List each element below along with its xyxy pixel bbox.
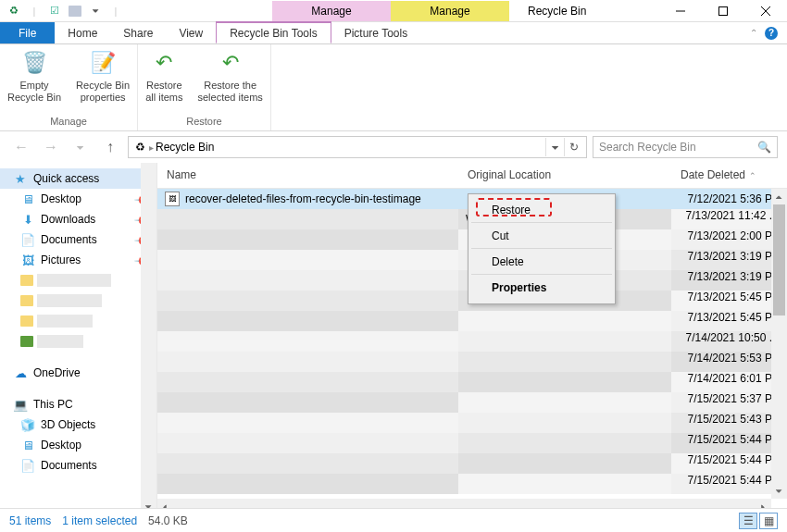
column-header-name[interactable]: Name — [157, 163, 458, 188]
menu-delete[interactable]: Delete — [471, 249, 612, 275]
menu-restore[interactable]: Restore — [471, 197, 612, 223]
search-icon[interactable]: 🔍 — [757, 141, 771, 154]
blurred-cell — [157, 209, 458, 229]
star-icon: ★ — [13, 171, 28, 186]
sidebar-folder-blurred[interactable] — [20, 311, 156, 331]
back-button[interactable]: ← — [9, 135, 33, 159]
new-folder-icon[interactable] — [67, 3, 83, 19]
ribbon-group-restore: ↶ Restore all items ↶ Restore the select… — [138, 44, 271, 130]
status-bar: 51 items 1 item selected 54.0 KB ☰ ▦ — [0, 508, 787, 532]
sidebar-quick-access[interactable]: ★ Quick access — [0, 168, 156, 189]
file-date: 7/13/2021 3:19 P — [671, 270, 787, 291]
tab-file[interactable]: File — [0, 22, 55, 43]
table-row[interactable]: 7/14/2021 5:53 P — [157, 352, 787, 372]
collapse-ribbon-icon[interactable]: ⌃ — [750, 28, 757, 38]
properties-icon: 📝 — [88, 48, 118, 78]
restore-all-label: Restore all items — [145, 80, 182, 104]
breadcrumb-separator[interactable]: ▸ — [149, 142, 154, 153]
tab-picture-tools[interactable]: Picture Tools — [331, 22, 420, 43]
blurred-cell — [157, 270, 458, 291]
properties-icon[interactable]: ☑ — [46, 3, 63, 19]
sidebar-pictures[interactable]: 🖼 Pictures 📌 — [0, 250, 156, 270]
table-row[interactable]: 7/13/2021 5:45 P — [157, 311, 787, 331]
history-dropdown[interactable]: ⏷ — [69, 135, 93, 159]
table-row[interactable]: 7/14/2021 10:50 . — [157, 331, 787, 352]
sidebar-scrollbar[interactable]: ⏷ — [141, 163, 156, 514]
table-row[interactable]: 7/15/2021 5:43 P — [157, 413, 787, 433]
recycle-bin-properties-button[interactable]: 📝 Recycle Bin properties — [69, 46, 137, 114]
help-icon[interactable]: ? — [765, 27, 778, 40]
table-row[interactable]: 7/15/2021 5:44 P — [157, 433, 787, 453]
sidebar-desktop[interactable]: 🖥 Desktop 📌 — [0, 189, 156, 209]
sidebar-desktop2[interactable]: 🖥 Desktop — [0, 435, 156, 455]
table-row[interactable]: 7/14/2021 6:01 P — [157, 372, 787, 392]
table-row[interactable]: 7/15/2021 5:37 P — [157, 392, 787, 413]
column-header-location[interactable]: Original Location — [458, 163, 671, 188]
menu-properties[interactable]: Properties — [471, 275, 612, 301]
props-label: Recycle Bin properties — [76, 80, 130, 104]
sidebar-this-pc[interactable]: 💻 This PC — [0, 394, 156, 414]
column-header-date[interactable]: Date Deleted⌃ — [671, 163, 787, 188]
blurred-cell — [458, 372, 671, 392]
vertical-scrollbar[interactable]: ⏶ ⏷ — [771, 189, 787, 499]
sidebar-folder-blurred[interactable] — [20, 331, 156, 352]
restore-selected-button[interactable]: ↶ Restore the selected items — [191, 46, 270, 114]
search-input[interactable]: Search Recycle Bin 🔍 — [593, 136, 778, 158]
restore-all-button[interactable]: ↶ Restore all items — [138, 46, 190, 114]
qat-dropdown-icon[interactable]: ⏷ — [87, 3, 104, 19]
empty-recycle-bin-button[interactable]: 🗑️ Empty Recycle Bin — [0, 46, 69, 114]
documents-icon: 📄 — [20, 232, 35, 247]
refresh-icon[interactable]: ↻ — [564, 138, 582, 156]
table-row[interactable]: 7/15/2021 5:44 P — [157, 474, 787, 494]
blurred-cell — [157, 229, 458, 250]
sort-arrow-icon: ⌃ — [749, 171, 756, 180]
sidebar-onedrive[interactable]: ☁ OneDrive — [0, 363, 156, 383]
close-button[interactable] — [744, 0, 787, 22]
search-placeholder: Search Recycle Bin — [599, 141, 696, 154]
view-large-icon[interactable]: ▦ — [759, 513, 778, 529]
documents-label: Documents — [41, 233, 97, 246]
breadcrumb-item[interactable]: Recycle Bin — [156, 141, 214, 154]
pictures-icon: 🖼 — [20, 253, 35, 267]
file-date: 7/15/2021 5:44 P — [671, 453, 787, 474]
pc-icon: 💻 — [13, 397, 28, 412]
up-button[interactable]: ↑ — [98, 135, 122, 159]
trash-icon: 🗑️ — [19, 48, 49, 78]
scroll-thumb[interactable] — [773, 204, 785, 315]
sidebar-downloads[interactable]: ⬇ Downloads 📌 — [0, 209, 156, 229]
tab-share[interactable]: Share — [110, 22, 166, 43]
sidebar-3d-objects[interactable]: 🧊 3D Objects — [0, 414, 156, 435]
cloud-icon: ☁ — [13, 365, 28, 380]
blurred-cell — [157, 352, 458, 372]
sidebar-folder-blurred[interactable] — [20, 291, 156, 311]
table-row[interactable]: 7/15/2021 5:44 P — [157, 453, 787, 474]
ribbon-group-manage: 🗑️ Empty Recycle Bin 📝 Recycle Bin prope… — [0, 44, 138, 130]
view-details-icon[interactable]: ☰ — [739, 513, 757, 529]
maximize-button[interactable] — [702, 0, 744, 22]
menu-cut[interactable]: Cut — [471, 223, 612, 249]
tab-recycle-bin-tools[interactable]: Recycle Bin Tools — [216, 21, 331, 43]
address-box[interactable]: ♻ ▸ Recycle Bin ⏷ ↻ — [128, 136, 587, 158]
sidebar-documents2[interactable]: 📄 Documents — [0, 455, 156, 476]
file-name: recover-deleted-files-from-recycle-bin-t… — [185, 192, 421, 205]
sidebar-documents[interactable]: 📄 Documents 📌 — [0, 229, 156, 250]
contextual-tab-labels: Manage Manage — [272, 1, 509, 21]
tab-home[interactable]: Home — [55, 22, 110, 43]
scroll-up-icon[interactable]: ⏶ — [771, 189, 787, 204]
status-size: 54.0 KB — [148, 514, 188, 527]
blurred-cell — [157, 413, 458, 433]
forward-button[interactable]: → — [39, 135, 63, 159]
history-dropdown-icon[interactable]: ⏷ — [545, 138, 564, 156]
qat-separator: | — [26, 3, 43, 19]
documents-icon: 📄 — [20, 458, 35, 473]
sidebar-folder-blurred[interactable] — [20, 270, 156, 291]
desktop-icon: 🖥 — [20, 438, 35, 452]
minimize-button[interactable] — [659, 0, 702, 22]
file-date: 7/13/2021 3:19 P — [671, 250, 787, 270]
desktop-label: Desktop — [41, 192, 81, 205]
thispc-label: This PC — [33, 398, 73, 411]
ribbon-group-label: Manage — [0, 114, 137, 129]
tab-view[interactable]: View — [166, 22, 216, 43]
scroll-down-icon[interactable]: ⏷ — [771, 483, 787, 499]
content-area: ★ Quick access 🖥 Desktop 📌 ⬇ Downloads 📌… — [0, 163, 787, 514]
